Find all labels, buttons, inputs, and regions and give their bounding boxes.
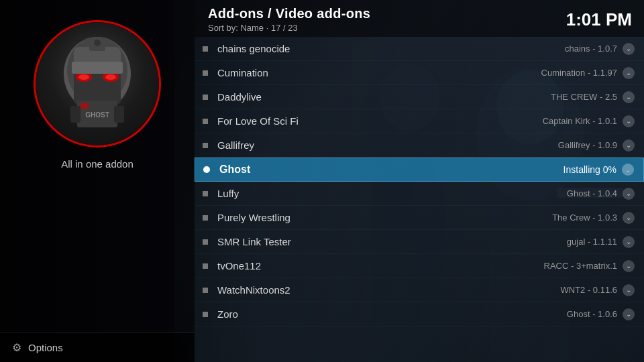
download-icon: ⌄ xyxy=(623,284,635,296)
item-bullet-icon xyxy=(203,263,208,269)
list-item[interactable]: WatchNixtoons2WNT2 - 0.11.6⌄ xyxy=(195,278,644,302)
item-meta: Ghost - 1.0.6⌄ xyxy=(567,308,635,320)
item-meta: Ghost - 1.0.4⌄ xyxy=(567,188,635,200)
options-label: Options xyxy=(28,342,63,353)
sort-info: Sort by: Name · 17 / 23 xyxy=(208,23,566,33)
avatar: GHOST xyxy=(34,20,161,147)
item-name-label: tvOne112 xyxy=(217,260,544,272)
item-meta-text: gujal - 1.1.11 xyxy=(567,237,617,247)
item-bullet-icon xyxy=(203,70,208,76)
list-item[interactable]: GhostInstalling 0%⌄ xyxy=(195,158,644,182)
item-meta-text: chains - 1.0.7 xyxy=(565,44,617,54)
clock: 1:01 PM xyxy=(566,9,644,33)
item-name-label: Ghost xyxy=(219,164,564,176)
item-meta-text: WNT2 - 0.11.6 xyxy=(560,285,617,295)
item-meta: Captain Kirk - 1.0.1⌄ xyxy=(543,115,635,127)
item-meta: WNT2 - 0.11.6⌄ xyxy=(560,284,635,296)
item-name-label: Gallifrey xyxy=(217,139,558,151)
item-name-label: For Love Of Sci Fi xyxy=(217,115,543,127)
download-icon: ⌄ xyxy=(623,236,635,248)
item-name-label: chains genocide xyxy=(217,43,565,54)
svg-point-14 xyxy=(105,74,116,80)
item-bullet-icon xyxy=(203,312,208,317)
download-icon: ⌄ xyxy=(623,188,635,200)
download-icon: ⌄ xyxy=(622,164,634,176)
item-bullet-icon xyxy=(203,191,208,196)
download-icon: ⌄ xyxy=(623,91,635,103)
item-meta: RACC - 3+matrix.1⌄ xyxy=(544,260,635,272)
download-icon: ⌄ xyxy=(623,139,635,152)
header-left: Add-ons / Video add-ons Sort by: Name · … xyxy=(208,6,566,33)
list-item[interactable]: ZoroGhost - 1.0.6⌄ xyxy=(195,302,644,326)
download-icon: ⌄ xyxy=(623,212,635,224)
list-item[interactable]: LuffyGhost - 1.0.4⌄ xyxy=(195,182,644,206)
item-name-label: Luffy xyxy=(217,188,567,199)
list-item[interactable]: chains genocidechains - 1.0.7⌄ xyxy=(195,37,644,61)
item-meta-text: The Crew - 1.0.3 xyxy=(552,213,617,223)
item-meta: chains - 1.0.7⌄ xyxy=(565,43,635,55)
item-bullet-icon xyxy=(203,215,208,221)
list-item[interactable]: tvOne112RACC - 3+matrix.1⌄ xyxy=(195,254,644,278)
item-meta-text: Installing 0% xyxy=(564,164,616,175)
item-meta-text: Cumination - 1.1.97 xyxy=(541,68,617,78)
list-item[interactable]: Purely WrestlingThe Crew - 1.0.3⌄ xyxy=(195,206,644,230)
addon-list: chains genocidechains - 1.0.7⌄Cumination… xyxy=(195,37,644,362)
gear-icon: ⚙ xyxy=(12,341,21,354)
download-icon: ⌄ xyxy=(623,260,635,272)
svg-rect-19 xyxy=(80,103,89,109)
item-meta-text: Ghost - 1.0.4 xyxy=(567,188,617,198)
item-name-label: WatchNixtoons2 xyxy=(217,284,560,296)
svg-rect-16 xyxy=(70,106,80,123)
item-meta: Cumination - 1.1.97⌄ xyxy=(541,67,635,79)
item-bullet-icon xyxy=(203,46,208,52)
item-name-label: Zoro xyxy=(217,308,567,320)
download-icon: ⌄ xyxy=(623,308,635,320)
item-bullet-icon xyxy=(203,239,208,245)
item-bullet-icon xyxy=(203,119,208,124)
svg-rect-21 xyxy=(72,62,123,74)
item-name-label: Cumination xyxy=(217,67,541,78)
item-meta-text: RACC - 3+matrix.1 xyxy=(544,261,617,271)
item-bullet-icon xyxy=(203,166,210,173)
download-icon: ⌄ xyxy=(623,67,635,79)
item-meta: THE CREW - 2.5⌄ xyxy=(551,91,635,103)
item-meta-text: Captain Kirk - 1.0.1 xyxy=(543,116,617,126)
svg-rect-17 xyxy=(114,106,124,123)
addon-name-label: All in one addon xyxy=(61,158,133,170)
svg-text:GHOST: GHOST xyxy=(85,111,109,119)
sidebar: GHOST All in one addon ⚙ Options xyxy=(0,0,195,362)
svg-point-13 xyxy=(78,74,89,80)
list-item[interactable]: DaddyliveTHE CREW - 2.5⌄ xyxy=(195,85,644,109)
item-meta: gujal - 1.1.11⌄ xyxy=(567,236,635,248)
item-bullet-icon xyxy=(203,288,208,293)
item-meta-text: Ghost - 1.0.6 xyxy=(567,309,617,319)
options-bar[interactable]: ⚙ Options xyxy=(0,333,195,362)
breadcrumb: Add-ons / Video add-ons xyxy=(208,6,566,21)
list-item[interactable]: For Love Of Sci FiCaptain Kirk - 1.0.1⌄ xyxy=(195,109,644,133)
download-icon: ⌄ xyxy=(623,43,635,55)
item-meta: The Crew - 1.0.3⌄ xyxy=(552,212,635,224)
download-icon: ⌄ xyxy=(623,115,635,127)
list-item[interactable]: SMR Link Testergujal - 1.1.11⌄ xyxy=(195,230,644,254)
item-name-label: Purely Wrestling xyxy=(217,212,552,223)
list-item[interactable]: CuminationCumination - 1.1.97⌄ xyxy=(195,61,644,85)
item-bullet-icon xyxy=(203,95,208,100)
header: Add-ons / Video add-ons Sort by: Name · … xyxy=(195,0,644,37)
svg-point-23 xyxy=(94,40,101,46)
item-meta-text: THE CREW - 2.5 xyxy=(551,92,617,102)
list-item[interactable]: GallifreyGallifrey - 1.0.9⌄ xyxy=(195,133,644,158)
item-name-label: SMR Link Tester xyxy=(217,236,567,247)
item-meta: Installing 0%⌄ xyxy=(564,164,634,176)
item-meta: Gallifrey - 1.0.9⌄ xyxy=(558,139,635,152)
item-bullet-icon xyxy=(203,143,208,148)
item-name-label: Daddylive xyxy=(217,91,551,103)
ghost-image: GHOST xyxy=(57,34,138,134)
item-meta-text: Gallifrey - 1.0.9 xyxy=(558,140,617,150)
